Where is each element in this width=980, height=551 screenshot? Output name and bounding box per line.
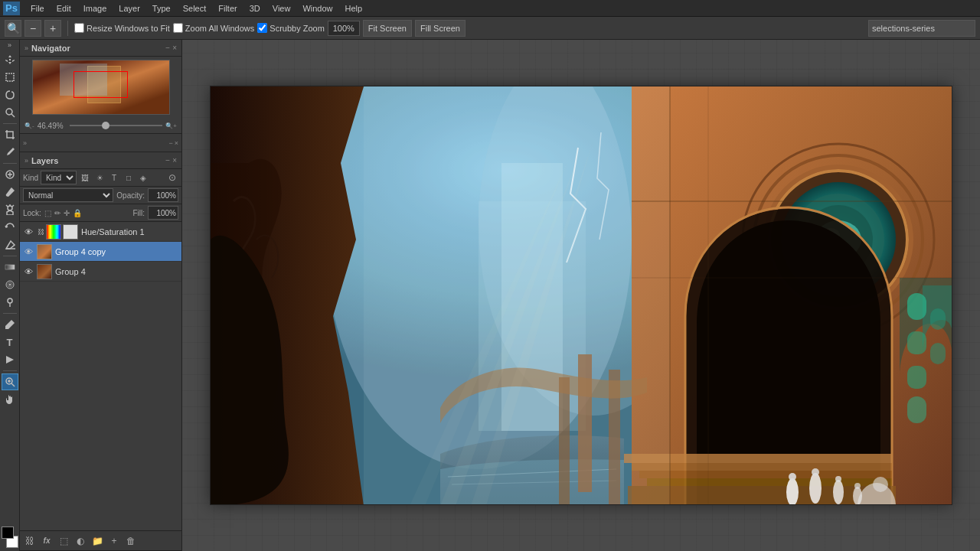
tool-marquee-rect[interactable] (2, 69, 18, 86)
layers-kind-select[interactable]: Kind (41, 171, 77, 184)
tool-brush[interactable] (2, 184, 18, 201)
mini-panel-1: » − × (20, 134, 181, 152)
navigator-panel-header: » Navigator − × (20, 40, 181, 57)
tool-clone[interactable] (2, 201, 18, 218)
tool-quick-select[interactable] (2, 104, 18, 121)
layer-thumb-group4copy (37, 244, 52, 259)
navigator-zoom-slider[interactable] (70, 120, 163, 131)
filter-adj-btn[interactable]: ☀ (93, 171, 106, 184)
layers-panel-expand-icon[interactable]: » (24, 157, 28, 165)
menu-select[interactable]: Select (177, 2, 213, 15)
menu-layer[interactable]: Layer (113, 2, 146, 15)
menu-window[interactable]: Window (296, 2, 338, 15)
layers-filter-label: Kind (23, 174, 38, 182)
delete-layer-btn[interactable]: 🗑 (124, 534, 138, 548)
layer-name-group4: Group 4 (55, 267, 178, 276)
add-mask-btn[interactable]: ⬚ (57, 534, 70, 548)
tool-blur[interactable] (2, 276, 18, 293)
filter-smart-btn[interactable]: ◈ (137, 171, 149, 184)
zoom-all-windows-checkbox[interactable] (173, 23, 183, 33)
menu-filter[interactable]: Filter (212, 2, 243, 15)
lock-position-btn[interactable]: ✛ (64, 209, 70, 217)
navigator-collapse-btn[interactable]: − (165, 44, 170, 52)
layers-close-btn[interactable]: × (172, 156, 177, 165)
foreground-color-swatch[interactable] (2, 527, 14, 539)
mini-panel-1-collapse[interactable]: − (168, 139, 172, 147)
layer-item-group4[interactable]: 👁 Group 4 (20, 262, 181, 282)
nav-zoom-in-icon[interactable]: 🔍+ (165, 122, 177, 129)
main-canvas[interactable] (210, 86, 952, 505)
menu-3d[interactable]: 3D (243, 2, 266, 15)
opacity-input[interactable] (148, 188, 178, 202)
tool-lasso[interactable] (2, 86, 18, 103)
filter-type-btn[interactable]: T (108, 171, 120, 184)
resize-windows-text: Resize Windows to Fit (87, 24, 170, 33)
scrubby-zoom-label[interactable]: Scrubby Zoom (257, 23, 325, 33)
layer-vis-group4copy[interactable]: 👁 (23, 246, 34, 257)
color-swatches[interactable] (0, 525, 20, 549)
tool-zoom[interactable] (2, 373, 18, 390)
mini-panel-1-close[interactable]: × (175, 139, 178, 147)
zoom-all-windows-label[interactable]: Zoom All Windows (173, 23, 254, 33)
blend-mode-select[interactable]: Normal (23, 188, 113, 202)
layer-link-icon: ⛓ (37, 225, 44, 239)
tool-healing[interactable] (2, 166, 18, 183)
add-fx-btn[interactable]: fx (40, 534, 54, 548)
new-layer-btn[interactable]: + (107, 534, 121, 548)
toolbar-right (868, 20, 975, 37)
tool-gradient[interactable] (2, 259, 18, 276)
tool-path-select[interactable] (2, 351, 18, 368)
toolstrip-expand-btn[interactable]: » (8, 41, 11, 49)
zoom-tool-icon[interactable]: 🔍 (5, 20, 21, 37)
tool-type[interactable]: T (2, 334, 18, 350)
lock-brush-btn[interactable]: ✏ (54, 209, 60, 217)
tool-dodge[interactable] (2, 294, 18, 311)
menu-edit[interactable]: Edit (51, 2, 77, 15)
scrubby-zoom-checkbox[interactable] (257, 23, 267, 33)
menu-image[interactable]: Image (77, 2, 113, 15)
menu-type[interactable]: Type (146, 2, 177, 15)
filter-pixel-btn[interactable]: 🖼 (79, 171, 91, 184)
layer-thumb-hue-sat-mask (63, 224, 78, 240)
series-input[interactable] (868, 20, 975, 37)
resize-windows-label[interactable]: Resize Windows to Fit (74, 23, 170, 33)
nav-slider-thumb[interactable] (102, 122, 109, 129)
nav-zoom-out-icon[interactable]: 🔍- (24, 122, 34, 129)
zoom-minus-btn[interactable]: − (24, 20, 41, 37)
menu-view[interactable]: View (266, 2, 297, 15)
tool-crop[interactable] (2, 126, 18, 143)
lock-all-btn[interactable]: 🔒 (73, 209, 82, 217)
tool-hand[interactable] (2, 391, 18, 408)
fit-screen-btn[interactable]: Fit Screen (363, 20, 412, 37)
layers-filter-toggle[interactable]: ⊙ (166, 171, 178, 184)
zoom-plus-btn[interactable]: + (44, 20, 61, 37)
navigator-close-btn[interactable]: × (172, 44, 177, 52)
layer-item-group4copy[interactable]: 👁 Group 4 copy (20, 242, 181, 262)
tool-eraser[interactable] (2, 236, 18, 253)
layer-vis-hue-sat[interactable]: 👁 (23, 227, 34, 237)
filter-shape-btn[interactable]: □ (122, 171, 135, 184)
link-layers-btn[interactable]: ⛓ (23, 534, 37, 548)
navigator-panel-expand-icon[interactable]: » (24, 44, 28, 52)
tool-eyedropper[interactable] (2, 144, 18, 161)
tool-move[interactable] (2, 51, 18, 68)
svg-rect-40 (930, 343, 946, 364)
resize-windows-checkbox[interactable] (74, 23, 84, 33)
tool-pen[interactable] (2, 316, 18, 333)
layers-collapse-btn[interactable]: − (165, 156, 170, 165)
svg-line-18 (11, 383, 15, 386)
menu-file[interactable]: File (24, 2, 51, 15)
menu-help[interactable]: Help (339, 2, 369, 15)
mini-panel-1-expand[interactable]: » (23, 139, 27, 147)
add-adjustment-btn[interactable]: ◐ (74, 534, 87, 548)
layers-filter-row: Kind Kind 🖼 ☀ T □ ◈ ⊙ (20, 169, 181, 187)
fill-screen-btn[interactable]: Fill Screen (415, 20, 466, 37)
tool-history-brush[interactable] (2, 219, 18, 236)
new-group-btn[interactable]: 📁 (90, 534, 104, 548)
fill-input[interactable] (148, 206, 178, 220)
layer-thumb-group4 (37, 264, 52, 279)
layer-vis-group4[interactable]: 👁 (23, 266, 34, 277)
zoom-value-input[interactable] (328, 21, 360, 36)
layer-item-hue-sat[interactable]: 👁 ⛓ Hue/Saturation 1 (20, 222, 181, 242)
lock-transparent-btn[interactable]: ⬚ (44, 209, 51, 217)
